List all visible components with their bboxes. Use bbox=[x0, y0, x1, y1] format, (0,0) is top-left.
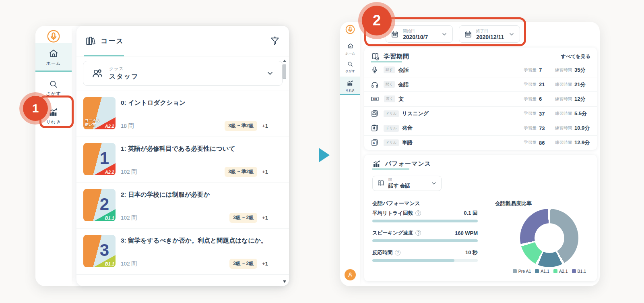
study-row: 話す 会話 学習量 7 練習時間 35分 bbox=[364, 63, 597, 77]
difficulty-donut-chart bbox=[520, 209, 578, 267]
amount-label: 学習量 bbox=[524, 125, 537, 131]
active-tab-underline bbox=[84, 55, 124, 56]
user-avatar[interactable] bbox=[345, 269, 356, 280]
course-thumbnail: 1 A2.2 bbox=[83, 143, 116, 175]
amount-label: 学習量 bbox=[524, 140, 537, 145]
legend-swatch bbox=[513, 269, 517, 273]
skill-tag: 聞く bbox=[384, 81, 395, 88]
chart-legend: Pre A1 A1.1 A2.1 B1.1 bbox=[507, 269, 592, 274]
app-logo[interactable] bbox=[340, 24, 360, 35]
legend-swatch bbox=[553, 269, 557, 273]
course-item[interactable]: 1 A2.2 1: 英語が必修科目である必要性について 102 問 3級 ~ 準… bbox=[76, 137, 289, 183]
metric-progress-bar bbox=[372, 220, 478, 222]
metric-value: 10 秒 bbox=[465, 249, 478, 256]
legend-swatch bbox=[535, 269, 539, 273]
section-title: 学習期間 bbox=[384, 53, 409, 60]
sidebar-item-home[interactable]: ホーム bbox=[340, 41, 360, 57]
time-label: 練習時間 bbox=[555, 111, 572, 116]
history-dashboard-screen: ホーム さがす りれき bbox=[340, 22, 600, 286]
select-label: 問 bbox=[388, 177, 410, 183]
class-select[interactable]: クラス スタッフ bbox=[83, 61, 283, 86]
course-item[interactable]: コースの使い方 A2.2 0: イントロダクション 18 問 3級 ~ 準2級 … bbox=[76, 91, 289, 137]
annotation-step-2-badge: 2 bbox=[362, 6, 392, 35]
home-icon bbox=[347, 43, 354, 50]
metric-value: 160 WPM bbox=[455, 230, 478, 236]
right-sidebar: ホーム さがす りれき bbox=[340, 22, 360, 286]
time-value: 12.9分 bbox=[574, 139, 591, 146]
svg-text:ab: ab bbox=[373, 98, 376, 100]
legend-item: B1.1 bbox=[572, 269, 586, 274]
active-tab-underline bbox=[371, 61, 402, 62]
activity-name: 文 bbox=[398, 95, 404, 103]
course-thumbnail: コースの使い方 A2.2 bbox=[83, 97, 116, 129]
sidebar-item-search[interactable]: さがす bbox=[340, 59, 360, 75]
drill-speaking-icon bbox=[371, 124, 379, 132]
amount-value: 21 bbox=[539, 81, 549, 87]
time-value: 5.5分 bbox=[574, 110, 591, 117]
mic-logo-icon bbox=[345, 24, 355, 35]
legend-item: Pre A1 bbox=[513, 269, 531, 274]
activity-name: 単語 bbox=[402, 139, 413, 146]
amount-value: 73 bbox=[539, 125, 549, 131]
thumbnail-number: 1 bbox=[100, 149, 109, 168]
thumbnail-number: 3 bbox=[100, 241, 109, 260]
activity-select[interactable]: 問 話す 会話 bbox=[372, 176, 442, 191]
metric-progress-bar bbox=[372, 259, 478, 262]
people-icon bbox=[91, 67, 103, 79]
study-row: ドリル 発音 学習量 73 練習時間 10.9分 bbox=[364, 121, 597, 135]
drill-word-icon: a bbox=[371, 139, 379, 147]
search-icon bbox=[49, 79, 58, 89]
active-tab-underline bbox=[340, 94, 360, 95]
help-icon[interactable]: ? bbox=[395, 250, 400, 255]
scroll-down-arrow-icon[interactable] bbox=[283, 280, 286, 283]
metric-name: スピーキング速度 bbox=[372, 230, 413, 237]
amount-value: 7 bbox=[539, 67, 549, 73]
chevron-down-icon bbox=[431, 180, 437, 187]
view-all-link[interactable]: すべてを見る bbox=[561, 53, 590, 60]
course-item[interactable]: 3 B1.1 3: 留学をするべきか否か。利点と問題点はなにか。 102 問 3… bbox=[76, 229, 289, 275]
active-tab-underline bbox=[372, 168, 409, 170]
amount-value: 6 bbox=[539, 96, 549, 102]
amount-value: 86 bbox=[539, 140, 549, 146]
sidebar-item-label: ホーム bbox=[46, 60, 61, 66]
course-list-screen: ホーム さがす りれき bbox=[35, 26, 289, 286]
course-thumbnail: 2 B1.1 bbox=[83, 189, 116, 221]
amount-value: 37 bbox=[539, 111, 549, 117]
time-label: 練習時間 bbox=[555, 67, 572, 73]
performance-chart-icon bbox=[372, 159, 381, 168]
annotation-step-1-badge: 1 bbox=[23, 96, 48, 121]
sidebar-item-label: ホーム bbox=[345, 51, 355, 56]
skill-tag: ドリル bbox=[384, 139, 399, 146]
course-list-scrollbar[interactable] bbox=[283, 59, 287, 284]
thumbnail-caption: コースの使い方 bbox=[85, 118, 101, 127]
history-icon bbox=[347, 79, 354, 87]
course-list-card: コース クラス スタッフ bbox=[76, 26, 289, 286]
help-icon[interactable]: ? bbox=[415, 230, 421, 236]
books-icon bbox=[85, 36, 96, 46]
legend-label: A2.1 bbox=[559, 269, 568, 274]
home-icon bbox=[48, 48, 59, 59]
person-icon bbox=[347, 272, 353, 278]
app-logo[interactable] bbox=[35, 29, 72, 44]
time-value: 21分 bbox=[574, 81, 591, 88]
legend-label: A1.1 bbox=[541, 269, 549, 274]
level-range-badge: 3級 ~ 準2級 bbox=[225, 121, 257, 131]
conversation-metrics: 平均リトライ回数 ? 0.1 回 スピーキング速度 ? 160 WPM 反応時間… bbox=[372, 210, 478, 269]
sidebar-item-history[interactable]: りれき bbox=[340, 77, 360, 95]
course-thumbnail: 3 B1.1 bbox=[83, 235, 116, 267]
help-icon[interactable]: ? bbox=[415, 210, 421, 216]
course-item[interactable]: 2 B1.1 2: 日本の学校には制服が必要か 102 問 3級 ~ 2級 +1 bbox=[76, 183, 289, 229]
search-icon bbox=[347, 61, 353, 67]
sidebar-item-home[interactable]: ホーム bbox=[35, 43, 72, 72]
scroll-up-arrow-icon[interactable] bbox=[283, 60, 286, 62]
amount-label: 学習量 bbox=[524, 82, 537, 87]
time-label: 練習時間 bbox=[555, 140, 572, 145]
scrollbar-thumb[interactable] bbox=[283, 64, 286, 79]
conversation-performance-title: 会話パフォーマンス bbox=[372, 200, 420, 207]
skill-tag: ドリル bbox=[384, 125, 399, 132]
amount-label: 学習量 bbox=[524, 96, 537, 102]
filter-button[interactable] bbox=[270, 36, 280, 46]
time-value: 10.9分 bbox=[574, 125, 591, 132]
course-title: 3: 留学をするべきか否か。利点と問題点はなにか。 bbox=[121, 235, 283, 245]
performance-card: パフォーマンス 問 話す 会話 会話パフォーマンス 会話難易度比率 bbox=[364, 155, 597, 281]
